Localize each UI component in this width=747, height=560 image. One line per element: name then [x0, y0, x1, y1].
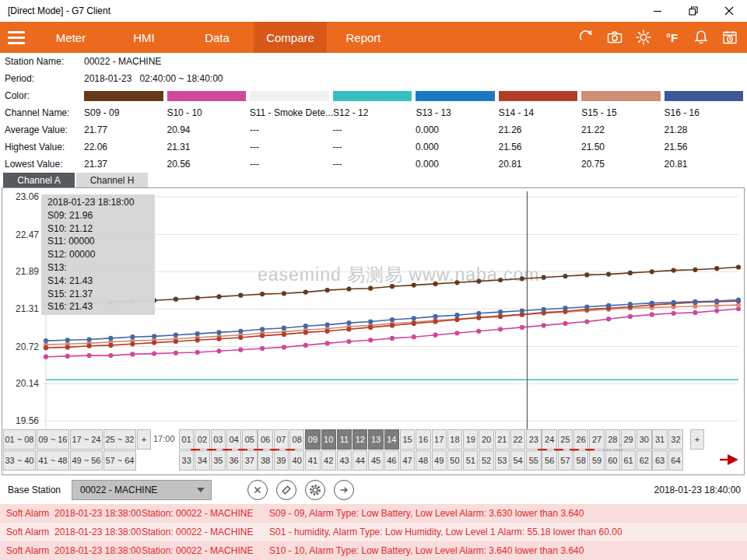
channel-number-button[interactable]: 34 [195, 450, 209, 471]
channel-group-button[interactable]: 17 ~ 24 [70, 429, 103, 450]
channel-number-button[interactable]: 11 [337, 429, 352, 450]
add-group-button[interactable]: + [137, 429, 151, 450]
channel-group-button[interactable]: 41 ~ 48 [37, 450, 69, 471]
channel-number-button[interactable]: 43 [337, 450, 352, 471]
alarm-row[interactable]: Soft Alarm2018-01-23 18:38:00Station: 00… [0, 504, 747, 523]
channel-number-button[interactable]: 57 [558, 450, 573, 471]
channel-number-button[interactable]: 02 [195, 429, 209, 450]
channel-group-button[interactable]: 01 ~ 08 [3, 429, 36, 450]
channel-number-button[interactable]: 41 [305, 450, 320, 471]
next-page-arrow-button[interactable] [720, 453, 740, 467]
channel-number-button[interactable]: 06 [258, 429, 272, 450]
channel-number-button[interactable]: 03 [211, 429, 226, 450]
minimize-button[interactable] [640, 0, 675, 22]
channel-number-button[interactable]: 12 [352, 429, 367, 450]
channel-number-button[interactable]: 31 [652, 429, 667, 450]
channel-group-button[interactable]: 49 ~ 56 [70, 450, 103, 471]
trend-chart[interactable]: easemind 易测易 www.naba.com 23.0622.4721.8… [2, 187, 745, 475]
nav-tab-data[interactable]: Data [181, 22, 254, 53]
schedule-calendar-icon[interactable] [715, 22, 744, 53]
temperature-unit-button[interactable]: °F [658, 22, 686, 53]
restore-button[interactable] [675, 0, 711, 22]
channel-number-button[interactable]: 22 [510, 429, 525, 450]
channel-group-button[interactable]: 25 ~ 32 [103, 429, 136, 450]
channel-number-button[interactable]: 37 [242, 450, 257, 471]
base-station-select[interactable]: 00022 - MACHINE [72, 480, 212, 500]
channel-number-button[interactable]: 59 [589, 450, 604, 471]
channel-number-button[interactable]: 14 [384, 429, 399, 450]
alerts-bell-icon[interactable] [686, 22, 715, 53]
camera-icon[interactable] [600, 22, 629, 53]
tab-channel-a[interactable]: Channel A [3, 173, 75, 187]
eraser-button[interactable] [276, 480, 296, 500]
channel-number-button[interactable]: 54 [510, 450, 525, 471]
channel-number-button[interactable]: 15 [400, 429, 415, 450]
channel-number-button[interactable]: 23 [526, 429, 541, 450]
channel-number-button[interactable]: 24 [542, 429, 556, 450]
channel-number-button[interactable]: 44 [352, 450, 367, 471]
channel-number-button[interactable]: 56 [542, 450, 556, 471]
alarm-row[interactable]: Soft Alarm2018-01-23 18:38:00Station: 00… [0, 523, 747, 541]
channel-number-button[interactable]: 38 [258, 450, 272, 471]
channel-number-button[interactable]: 35 [211, 450, 226, 471]
channel-number-button[interactable]: 04 [226, 429, 241, 450]
channel-number-button[interactable]: 09 [305, 429, 320, 450]
nav-tab-hmi[interactable]: HMI [107, 22, 181, 53]
channel-number-button[interactable]: 50 [447, 450, 462, 471]
channel-number-button[interactable]: 18 [447, 429, 462, 450]
channel-group-button[interactable]: 57 ~ 64 [103, 450, 136, 471]
channel-number-button[interactable]: 49 [432, 450, 447, 471]
add-channel-button[interactable]: + [690, 429, 704, 450]
channel-number-button[interactable]: 63 [652, 450, 667, 471]
channel-number-button[interactable]: 17 [432, 429, 447, 450]
channel-number-button[interactable]: 19 [463, 429, 478, 450]
channel-number-button[interactable]: 20 [479, 429, 493, 450]
channel-number-button[interactable]: 36 [226, 450, 241, 471]
channel-number-button[interactable]: 48 [416, 450, 430, 471]
channel-number-button[interactable]: 25 [558, 429, 573, 450]
clear-button[interactable] [247, 480, 268, 500]
channel-number-button[interactable]: 30 [637, 429, 651, 450]
sync-icon[interactable] [571, 22, 600, 53]
nav-tab-meter[interactable]: Meter [34, 22, 107, 53]
channel-group-button[interactable]: 09 ~ 16 [37, 429, 69, 450]
nav-tab-report[interactable]: Report [327, 22, 400, 53]
brightness-icon[interactable] [629, 22, 658, 53]
close-button[interactable] [711, 0, 747, 22]
channel-number-button[interactable]: 21 [495, 429, 510, 450]
channel-number-button[interactable]: 13 [368, 429, 383, 450]
channel-number-button[interactable]: 46 [384, 450, 399, 471]
channel-number-button[interactable]: 53 [495, 450, 510, 471]
channel-number-button[interactable]: 52 [479, 450, 493, 471]
alarm-row[interactable]: Soft Alarm2018-01-23 18:38:00Station: 00… [0, 541, 747, 560]
channel-number-button[interactable]: 58 [573, 450, 588, 471]
menu-icon[interactable] [0, 22, 34, 53]
channel-number-button[interactable]: 26 [573, 429, 588, 450]
channel-number-button[interactable]: 51 [463, 450, 478, 471]
channel-number-button[interactable]: 07 [274, 429, 289, 450]
channel-number-button[interactable]: 27 [589, 429, 604, 450]
settings-button[interactable] [305, 480, 325, 500]
channel-number-button[interactable]: 16 [416, 429, 430, 450]
channel-number-button[interactable]: 64 [668, 450, 683, 471]
channel-number-button[interactable]: 42 [321, 450, 336, 471]
channel-number-button[interactable]: 08 [289, 429, 304, 450]
channel-number-button[interactable]: 33 [179, 450, 194, 471]
nav-tab-compare[interactable]: Compare [254, 22, 327, 53]
channel-number-button[interactable]: 05 [242, 429, 257, 450]
channel-group-button[interactable]: 33 ~ 40 [3, 450, 36, 471]
channel-number-button[interactable]: 40 [289, 450, 304, 471]
channel-number-button[interactable]: 55 [526, 450, 541, 471]
channel-number-button[interactable]: 45 [368, 450, 383, 471]
channel-number-button[interactable]: 61 [621, 450, 636, 471]
channel-number-button[interactable]: 28 [605, 429, 620, 450]
channel-number-button[interactable]: 29 [621, 429, 636, 450]
channel-number-button[interactable]: 10 [321, 429, 336, 450]
channel-number-button[interactable]: 47 [400, 450, 415, 471]
go-button[interactable] [334, 480, 354, 500]
channel-number-button[interactable]: 32 [668, 429, 683, 450]
channel-number-button[interactable]: 60 [605, 450, 620, 471]
channel-number-button[interactable]: 62 [637, 450, 651, 471]
tab-channel-h[interactable]: Channel H [76, 173, 148, 187]
channel-number-button[interactable]: 39 [274, 450, 289, 471]
